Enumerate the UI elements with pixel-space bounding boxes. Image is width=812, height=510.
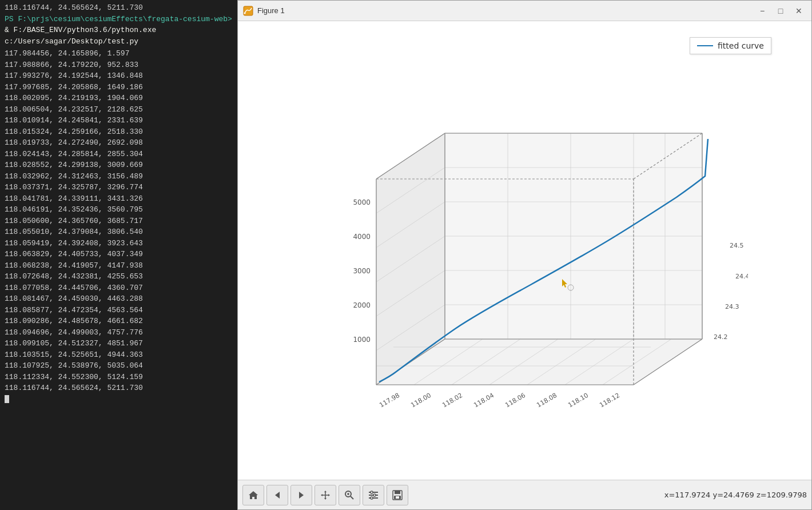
terminal-line-8: 118.015324, 24.259166, 2518.330 xyxy=(5,126,233,138)
terminal-line-4: 117.997685, 24.205868, 1649.186 xyxy=(5,82,233,93)
terminal-line-10: 118.024143, 24.285814, 2855.304 xyxy=(5,149,233,160)
terminal-panel: 118.116744, 24.565624, 5211.730 PS F:\pr… xyxy=(0,0,237,510)
terminal-cursor xyxy=(5,395,9,403)
pan-button[interactable] xyxy=(315,485,336,505)
terminal-line-3: 117.993276, 24.192544, 1346.848 xyxy=(5,70,233,82)
svg-rect-0 xyxy=(244,6,253,15)
svg-marker-42 xyxy=(249,491,258,499)
z-label-3000: 3000 xyxy=(353,267,371,275)
terminal-line-28: 118.103515, 24.525651, 4944.363 xyxy=(5,349,233,361)
terminal-command: PS F:\prjs\cesium\cesiumEffects\fregata-… xyxy=(5,14,233,47)
terminal-line-5: 118.002095, 24.219193, 1904.069 xyxy=(5,93,233,104)
maximize-button[interactable]: □ xyxy=(773,4,789,18)
svg-point-58 xyxy=(371,491,373,493)
svg-marker-46 xyxy=(324,498,327,500)
legend-line-indicator xyxy=(697,45,713,46)
toolbar: x=117.9724 y=24.4769 z=1209.9798 xyxy=(238,480,811,509)
terminal-line-2: 117.988866, 24.179220, 952.833 xyxy=(5,59,233,71)
zoom-button[interactable] xyxy=(339,485,360,505)
figure-window: Figure 1 − □ ✕ fitted curve xyxy=(237,0,812,510)
3d-plot: 1000 2000 3000 4000 5000 117.98 118.00 1… xyxy=(302,65,748,436)
figure-title: Figure 1 xyxy=(257,6,754,15)
terminal-line-20: 118.068238, 24.419057, 4147.938 xyxy=(5,260,233,272)
back-button[interactable] xyxy=(266,485,288,505)
svg-point-1 xyxy=(244,12,246,14)
y-label-243: 24.3 xyxy=(725,303,739,310)
terminal-line-30: 118.112334, 24.552300, 5124.159 xyxy=(5,372,233,383)
terminal-line-14: 118.041781, 24.339111, 3431.326 xyxy=(5,193,233,205)
title-bar: Figure 1 − □ ✕ xyxy=(238,1,811,21)
terminal-line-15: 118.046191, 24.352436, 3560.795 xyxy=(5,204,233,216)
terminal-line-21: 118.072648, 24.432381, 4255.653 xyxy=(5,271,233,282)
z-label-5000: 5000 xyxy=(353,198,371,206)
window-controls: − □ ✕ xyxy=(754,4,807,18)
terminal-line-1: 117.984456, 24.165896, 1.597 xyxy=(5,48,233,59)
terminal-line-19: 118.063829, 24.405733, 4037.349 xyxy=(5,249,233,260)
legend: fitted curve xyxy=(690,37,771,54)
terminal-line-31: 118.116744, 24.565624, 5211.730 xyxy=(5,382,233,394)
save-button[interactable] xyxy=(387,485,408,505)
svg-rect-64 xyxy=(396,496,399,499)
terminal-line-0: 118.116744, 24.565624, 5211.730 xyxy=(5,2,233,14)
svg-marker-48 xyxy=(328,494,330,496)
z-label-2000: 2000 xyxy=(353,301,371,309)
svg-point-60 xyxy=(371,497,373,499)
terminal-path: PS F:\prjs\cesium\cesiumEffects\fregata-… xyxy=(5,15,232,23)
terminal-line-24: 118.085877, 24.472354, 4563.564 xyxy=(5,305,233,316)
svg-rect-62 xyxy=(395,491,400,494)
y-label-244: 24.4 xyxy=(735,273,748,280)
plot-area: fitted curve xyxy=(238,21,811,480)
terminal-line-22: 118.077058, 24.445706, 4360.707 xyxy=(5,282,233,294)
svg-point-59 xyxy=(373,494,376,496)
terminal-line-27: 118.099105, 24.512327, 4851.967 xyxy=(5,338,233,349)
close-button[interactable]: ✕ xyxy=(791,4,807,18)
terminal-line-23: 118.081467, 24.459030, 4463.288 xyxy=(5,293,233,305)
terminal-line-16: 118.050600, 24.365760, 3685.717 xyxy=(5,216,233,227)
terminal-line-25: 118.090286, 24.485678, 4661.682 xyxy=(5,316,233,327)
terminal-line-26: 118.094696, 24.499003, 4757.776 xyxy=(5,327,233,338)
coordinates-display: x=117.9724 y=24.4769 z=1209.9798 xyxy=(664,491,807,499)
svg-marker-44 xyxy=(299,492,304,499)
minimize-button[interactable]: − xyxy=(754,4,770,18)
svg-marker-45 xyxy=(324,491,327,492)
svg-marker-47 xyxy=(321,494,323,496)
home-button[interactable] xyxy=(242,485,264,505)
configure-button[interactable] xyxy=(363,485,384,505)
figure-icon xyxy=(242,5,254,17)
terminal-line-11: 118.028552, 24.299138, 3009.669 xyxy=(5,160,233,171)
y-label-245: 24.5 xyxy=(730,242,744,249)
terminal-line-17: 118.055010, 24.379084, 3806.540 xyxy=(5,226,233,238)
y-label-242: 24.2 xyxy=(714,333,728,341)
svg-marker-43 xyxy=(275,492,280,499)
z-label-4000: 4000 xyxy=(353,233,371,241)
forward-button[interactable] xyxy=(290,485,312,505)
z-label-1000: 1000 xyxy=(353,336,371,344)
terminal-line-18: 118.059419, 24.392408, 3923.643 xyxy=(5,238,233,249)
terminal-line-29: 118.107925, 24.538976, 5035.064 xyxy=(5,360,233,372)
terminal-line-7: 118.010914, 24.245841, 2331.639 xyxy=(5,115,233,126)
terminal-cmd-text: & F:/BASE_ENV/python3.6/python.exe c:/Us… xyxy=(5,26,156,46)
terminal-line-9: 118.019733, 24.272490, 2692.098 xyxy=(5,137,233,149)
legend-label: fitted curve xyxy=(718,41,764,50)
terminal-line-6: 118.006504, 24.232517, 2128.625 xyxy=(5,104,233,115)
svg-line-52 xyxy=(351,496,353,499)
terminal-line-13: 118.037371, 24.325787, 3296.774 xyxy=(5,182,233,193)
terminal-line-12: 118.032962, 24.312463, 3156.489 xyxy=(5,171,233,182)
